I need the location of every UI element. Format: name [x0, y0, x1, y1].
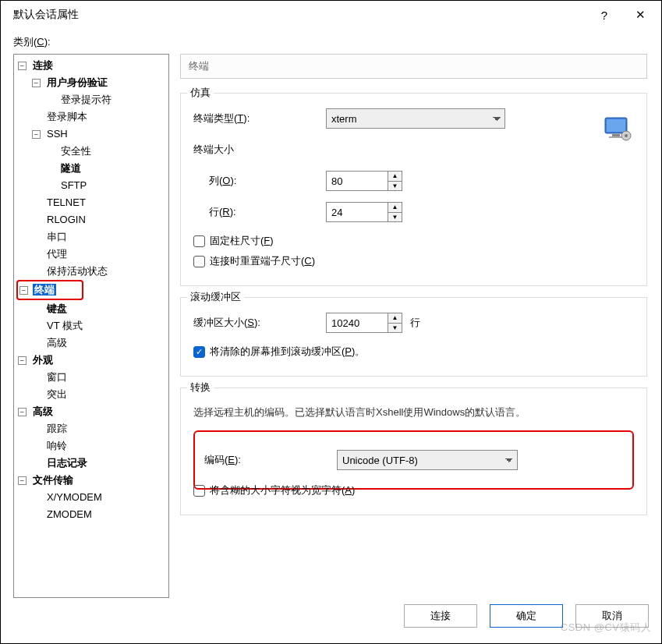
- terminal-config-icon: [604, 117, 632, 142]
- translate-title: 转换: [187, 380, 214, 395]
- columns-label: 列(O):: [193, 174, 326, 188]
- spin-down-icon[interactable]: ▼: [388, 213, 402, 222]
- svg-point-5: [625, 134, 628, 137]
- tree-tracking[interactable]: 跟踪: [45, 423, 69, 434]
- tree-keepalive[interactable]: 保持活动状态: [45, 265, 109, 277]
- dialog-title: 默认会话属性: [13, 8, 586, 22]
- buffer-size-label: 缓冲区大小(S):: [193, 316, 326, 330]
- tree-vtmode[interactable]: VT 模式: [45, 320, 84, 331]
- tree-zmodem[interactable]: ZMODEM: [45, 508, 94, 520]
- tree-xymodem[interactable]: X/YMODEM: [45, 491, 104, 503]
- collapse-icon[interactable]: −: [18, 356, 27, 365]
- ambiguous-width-checkbox[interactable]: [193, 485, 205, 497]
- dialog-buttons: 连接 确定 取消: [13, 598, 649, 628]
- category-label: 类别(C):: [13, 35, 649, 49]
- tree-tunnel[interactable]: 隧道: [59, 162, 83, 174]
- columns-input[interactable]: [327, 172, 388, 190]
- svg-rect-3: [609, 136, 623, 138]
- connect-button[interactable]: 连接: [404, 604, 477, 628]
- simulation-group: 仿真 终端类型(T): xterm 终端大小 列(O):: [180, 93, 647, 286]
- tree-login-script[interactable]: 登录脚本: [45, 111, 89, 122]
- simulation-title: 仿真: [187, 86, 214, 100]
- tree-window[interactable]: 窗口: [45, 371, 69, 383]
- spin-down-icon[interactable]: ▼: [388, 324, 402, 333]
- translate-desc: 选择远程主机的编码。已选择默认语言时Xshell使用Windows的默认语言。: [193, 405, 634, 419]
- tree-telnet[interactable]: TELNET: [45, 196, 87, 208]
- tree-serial[interactable]: 串口: [45, 231, 69, 242]
- collapse-icon[interactable]: −: [32, 130, 41, 139]
- tree-file-transfer[interactable]: 文件传输: [31, 474, 75, 486]
- collapse-icon[interactable]: −: [19, 286, 28, 295]
- terminal-size-label: 终端大小: [193, 143, 326, 157]
- push-cleared-label: 将清除的屏幕推到滚动缓冲区(P)。: [210, 345, 365, 359]
- translate-group: 转换 选择远程主机的编码。已选择默认语言时Xshell使用Windows的默认语…: [180, 387, 647, 515]
- collapse-icon[interactable]: −: [18, 62, 27, 70]
- rows-input[interactable]: [327, 203, 388, 221]
- tree-advanced[interactable]: 高级: [31, 405, 55, 417]
- collapse-icon[interactable]: −: [32, 79, 41, 87]
- fixed-columns-checkbox[interactable]: [193, 235, 205, 247]
- settings-panel: 终端 仿真 终端类型(T): xterm 终端大小 列(: [180, 54, 649, 598]
- help-button[interactable]: ?: [586, 1, 622, 29]
- encoding-label: 编码(E):: [204, 453, 337, 467]
- fixed-columns-label: 固定柱尺寸(F): [210, 234, 274, 248]
- spin-up-icon[interactable]: ▲: [388, 203, 402, 213]
- tree-appearance[interactable]: 外观: [31, 354, 55, 366]
- svg-rect-2: [612, 134, 620, 136]
- scrollback-title: 滚动缓冲区: [187, 290, 244, 304]
- tree-connection: −连接 −用户身份验证 登录提示符 登录脚本 −SSH 安全性 隧道 SFTP: [18, 57, 166, 280]
- encoding-select[interactable]: Unicode (UTF-8): [337, 450, 518, 470]
- tree-security[interactable]: 安全性: [59, 145, 93, 157]
- spin-up-icon[interactable]: ▲: [388, 313, 402, 324]
- tree-ssh[interactable]: SSH: [45, 128, 69, 140]
- tree-sftp[interactable]: SFTP: [59, 179, 88, 191]
- tree-logging[interactable]: 日志记录: [45, 457, 89, 469]
- scrollback-group: 滚动缓冲区 缓冲区大小(S): ▲▼ 行 ✓ 将清除的屏幕推到滚动缓冲区(P)。: [180, 297, 647, 377]
- titlebar: 默认会话属性 ? ✕: [1, 1, 661, 29]
- tree-rlogin[interactable]: RLOGIN: [45, 214, 87, 225]
- svg-rect-1: [607, 119, 625, 132]
- rows-spinner[interactable]: ▲▼: [326, 202, 402, 222]
- ambiguous-width-label: 将含糊的大小字符视为宽字符(A): [210, 483, 355, 497]
- buffer-size-input[interactable]: [327, 313, 388, 332]
- reset-on-connect-checkbox[interactable]: [193, 256, 205, 267]
- buffer-unit: 行: [410, 316, 420, 330]
- push-cleared-checkbox[interactable]: ✓: [193, 346, 205, 358]
- term-type-label: 终端类型(T):: [193, 111, 326, 126]
- tree-terminal[interactable]: 终端: [33, 284, 56, 295]
- tree-proxy[interactable]: 代理: [45, 248, 69, 260]
- ok-button[interactable]: 确定: [490, 604, 563, 628]
- reset-on-connect-label: 连接时重置端子尺寸(C): [210, 254, 315, 268]
- collapse-icon[interactable]: −: [18, 476, 27, 485]
- rows-label: 行(R):: [193, 205, 326, 219]
- tree-auth[interactable]: 用户身份验证: [45, 76, 109, 88]
- collapse-icon[interactable]: −: [18, 408, 27, 416]
- tree-bell[interactable]: 响铃: [45, 440, 69, 451]
- tree-advanced-terminal[interactable]: 高级: [45, 337, 69, 349]
- buffer-size-spinner[interactable]: ▲▼: [326, 313, 402, 333]
- watermark: CSDN @CV猿码人: [561, 621, 651, 635]
- tree-login-prompt[interactable]: 登录提示符: [59, 94, 113, 105]
- spin-up-icon[interactable]: ▲: [388, 172, 402, 182]
- spin-down-icon[interactable]: ▼: [388, 182, 402, 191]
- columns-spinner[interactable]: ▲▼: [326, 171, 402, 191]
- page-title: 终端: [180, 54, 647, 79]
- term-type-select[interactable]: xterm: [326, 108, 505, 129]
- category-tree-panel[interactable]: −连接 −用户身份验证 登录提示符 登录脚本 −SSH 安全性 隧道 SFTP: [13, 54, 169, 598]
- close-button[interactable]: ✕: [622, 1, 658, 29]
- tree-highlight[interactable]: 突出: [45, 388, 69, 400]
- tree-keyboard[interactable]: 键盘: [45, 303, 69, 314]
